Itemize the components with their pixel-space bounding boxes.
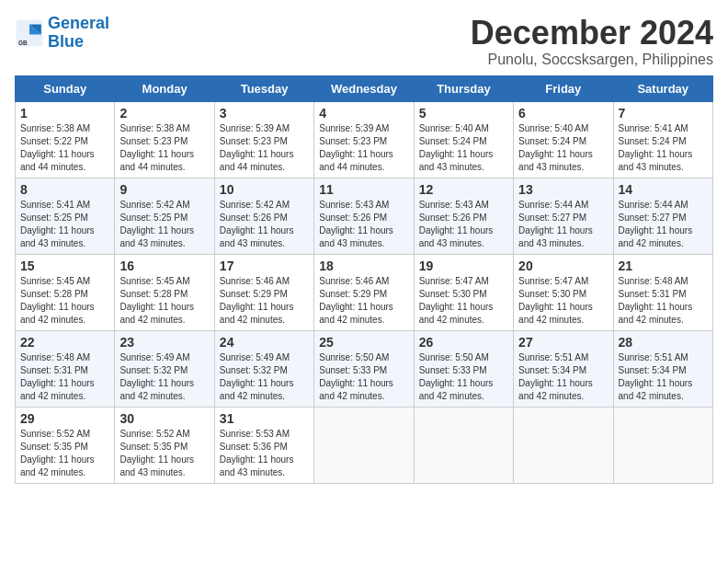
- day-number: 16: [119, 259, 209, 273]
- day-number: 10: [220, 182, 309, 197]
- day-number: 20: [518, 259, 608, 273]
- cell-info: Sunrise: 5:41 AM Sunset: 5:25 PM Dayligh…: [20, 199, 109, 250]
- cell-info: Sunrise: 5:47 AM Sunset: 5:30 PM Dayligh…: [518, 275, 608, 327]
- day-number: 17: [220, 259, 309, 273]
- calendar-cell: 7 Sunrise: 5:41 AM Sunset: 5:24 PM Dayli…: [613, 101, 712, 178]
- calendar-header-tuesday: Tuesday: [214, 75, 313, 101]
- calendar-cell: 26 Sunrise: 5:50 AM Sunset: 5:33 PM Dayl…: [414, 330, 513, 407]
- calendar-cell: 8 Sunrise: 5:41 AM Sunset: 5:25 PM Dayli…: [16, 178, 115, 254]
- cell-info: Sunrise: 5:43 AM Sunset: 5:26 PM Dayligh…: [319, 199, 408, 250]
- cell-info: Sunrise: 5:45 AM Sunset: 5:28 PM Dayligh…: [119, 275, 209, 327]
- calendar-cell: 1 Sunrise: 5:38 AM Sunset: 5:22 PM Dayli…: [16, 101, 115, 178]
- calendar-cell: 29 Sunrise: 5:52 AM Sunset: 5:35 PM Dayl…: [16, 407, 115, 483]
- calendar-cell: 23 Sunrise: 5:49 AM Sunset: 5:32 PM Dayl…: [115, 330, 214, 407]
- calendar-cell: [414, 407, 513, 483]
- calendar-cell: 5 Sunrise: 5:40 AM Sunset: 5:24 PM Dayli…: [414, 101, 513, 178]
- calendar-cell: 10 Sunrise: 5:42 AM Sunset: 5:26 PM Dayl…: [214, 178, 313, 254]
- day-number: 15: [20, 259, 109, 273]
- cell-info: Sunrise: 5:48 AM Sunset: 5:31 PM Dayligh…: [20, 351, 109, 403]
- cell-info: Sunrise: 5:50 AM Sunset: 5:33 PM Dayligh…: [419, 351, 508, 403]
- calendar-header-thursday: Thursday: [414, 75, 513, 101]
- day-number: 23: [119, 335, 209, 350]
- location-title: Punolu, Soccsksargen, Philippines: [471, 52, 713, 68]
- day-number: 1: [20, 106, 109, 121]
- calendar-cell: 30 Sunrise: 5:52 AM Sunset: 5:35 PM Dayl…: [115, 407, 214, 483]
- calendar-cell: 15 Sunrise: 5:45 AM Sunset: 5:28 PM Dayl…: [16, 254, 115, 330]
- calendar-header-wednesday: Wednesday: [314, 75, 414, 101]
- month-title: December 2024: [471, 15, 713, 52]
- day-number: 7: [619, 106, 708, 121]
- cell-info: Sunrise: 5:51 AM Sunset: 5:34 PM Dayligh…: [619, 351, 708, 403]
- cell-info: Sunrise: 5:39 AM Sunset: 5:23 PM Dayligh…: [220, 122, 309, 174]
- calendar-cell: 9 Sunrise: 5:42 AM Sunset: 5:25 PM Dayli…: [115, 178, 214, 254]
- cell-info: Sunrise: 5:44 AM Sunset: 5:27 PM Dayligh…: [619, 199, 708, 250]
- cell-info: Sunrise: 5:44 AM Sunset: 5:27 PM Dayligh…: [518, 199, 608, 250]
- calendar-cell: 12 Sunrise: 5:43 AM Sunset: 5:26 PM Dayl…: [414, 178, 513, 254]
- calendar-cell: 4 Sunrise: 5:39 AM Sunset: 5:23 PM Dayli…: [314, 101, 414, 178]
- calendar-cell: 2 Sunrise: 5:38 AM Sunset: 5:23 PM Dayli…: [115, 101, 214, 178]
- calendar-header-monday: Monday: [115, 75, 214, 101]
- day-number: 12: [419, 182, 508, 197]
- calendar-cell: 31 Sunrise: 5:53 AM Sunset: 5:36 PM Dayl…: [214, 407, 313, 483]
- calendar-cell: 21 Sunrise: 5:48 AM Sunset: 5:31 PM Dayl…: [613, 254, 712, 330]
- cell-info: Sunrise: 5:40 AM Sunset: 5:24 PM Dayligh…: [419, 122, 508, 174]
- calendar-table: SundayMondayTuesdayWednesdayThursdayFrid…: [15, 75, 713, 484]
- day-number: 21: [619, 259, 708, 273]
- calendar-cell: 14 Sunrise: 5:44 AM Sunset: 5:27 PM Dayl…: [613, 178, 712, 254]
- logo-text: General Blue: [48, 15, 109, 52]
- day-number: 24: [220, 335, 309, 350]
- calendar-cell: 20 Sunrise: 5:47 AM Sunset: 5:30 PM Dayl…: [514, 254, 613, 330]
- svg-text:GB: GB: [18, 40, 28, 46]
- day-number: 22: [20, 335, 109, 350]
- day-number: 29: [20, 411, 109, 426]
- day-number: 8: [20, 182, 109, 197]
- day-number: 19: [419, 259, 508, 273]
- cell-info: Sunrise: 5:46 AM Sunset: 5:29 PM Dayligh…: [220, 275, 309, 327]
- day-number: 3: [220, 106, 309, 121]
- calendar-cell: 28 Sunrise: 5:51 AM Sunset: 5:34 PM Dayl…: [613, 330, 712, 407]
- cell-info: Sunrise: 5:47 AM Sunset: 5:30 PM Dayligh…: [419, 275, 508, 327]
- calendar-cell: 11 Sunrise: 5:43 AM Sunset: 5:26 PM Dayl…: [314, 178, 414, 254]
- cell-info: Sunrise: 5:43 AM Sunset: 5:26 PM Dayligh…: [419, 199, 508, 250]
- cell-info: Sunrise: 5:51 AM Sunset: 5:34 PM Dayligh…: [518, 351, 608, 403]
- calendar-cell: 3 Sunrise: 5:39 AM Sunset: 5:23 PM Dayli…: [214, 101, 313, 178]
- calendar-cell: 13 Sunrise: 5:44 AM Sunset: 5:27 PM Dayl…: [514, 178, 613, 254]
- calendar-header-friday: Friday: [514, 75, 613, 101]
- calendar-cell: 27 Sunrise: 5:51 AM Sunset: 5:34 PM Dayl…: [514, 330, 613, 407]
- day-number: 5: [419, 106, 508, 121]
- logo: GB General Blue: [15, 15, 109, 52]
- calendar-cell: 16 Sunrise: 5:45 AM Sunset: 5:28 PM Dayl…: [115, 254, 214, 330]
- day-number: 6: [518, 106, 608, 121]
- day-number: 26: [419, 335, 508, 350]
- cell-info: Sunrise: 5:52 AM Sunset: 5:35 PM Dayligh…: [20, 428, 109, 479]
- cell-info: Sunrise: 5:42 AM Sunset: 5:26 PM Dayligh…: [220, 199, 309, 250]
- calendar-cell: 22 Sunrise: 5:48 AM Sunset: 5:31 PM Dayl…: [16, 330, 115, 407]
- calendar-cell: [613, 407, 712, 483]
- calendar-cell: [514, 407, 613, 483]
- cell-info: Sunrise: 5:48 AM Sunset: 5:31 PM Dayligh…: [619, 275, 708, 327]
- cell-info: Sunrise: 5:40 AM Sunset: 5:24 PM Dayligh…: [518, 122, 608, 174]
- cell-info: Sunrise: 5:42 AM Sunset: 5:25 PM Dayligh…: [119, 199, 209, 250]
- day-number: 28: [619, 335, 708, 350]
- calendar-cell: [314, 407, 414, 483]
- cell-info: Sunrise: 5:53 AM Sunset: 5:36 PM Dayligh…: [220, 428, 309, 479]
- day-number: 25: [319, 335, 408, 350]
- calendar-cell: 24 Sunrise: 5:49 AM Sunset: 5:32 PM Dayl…: [214, 330, 313, 407]
- cell-info: Sunrise: 5:49 AM Sunset: 5:32 PM Dayligh…: [119, 351, 209, 403]
- day-number: 11: [319, 182, 408, 197]
- day-number: 4: [319, 106, 408, 121]
- calendar-header-saturday: Saturday: [613, 75, 712, 101]
- cell-info: Sunrise: 5:50 AM Sunset: 5:33 PM Dayligh…: [319, 351, 408, 403]
- day-number: 2: [119, 106, 209, 121]
- calendar-cell: 19 Sunrise: 5:47 AM Sunset: 5:30 PM Dayl…: [414, 254, 513, 330]
- title-area: December 2024 Punolu, Soccsksargen, Phil…: [471, 15, 713, 68]
- day-number: 30: [119, 411, 209, 426]
- cell-info: Sunrise: 5:39 AM Sunset: 5:23 PM Dayligh…: [319, 122, 408, 174]
- cell-info: Sunrise: 5:46 AM Sunset: 5:29 PM Dayligh…: [319, 275, 408, 327]
- calendar-cell: 25 Sunrise: 5:50 AM Sunset: 5:33 PM Dayl…: [314, 330, 414, 407]
- calendar-cell: 6 Sunrise: 5:40 AM Sunset: 5:24 PM Dayli…: [514, 101, 613, 178]
- day-number: 9: [119, 182, 209, 197]
- general-blue-icon: GB: [15, 18, 44, 48]
- day-number: 14: [619, 182, 708, 197]
- cell-info: Sunrise: 5:38 AM Sunset: 5:23 PM Dayligh…: [119, 122, 209, 174]
